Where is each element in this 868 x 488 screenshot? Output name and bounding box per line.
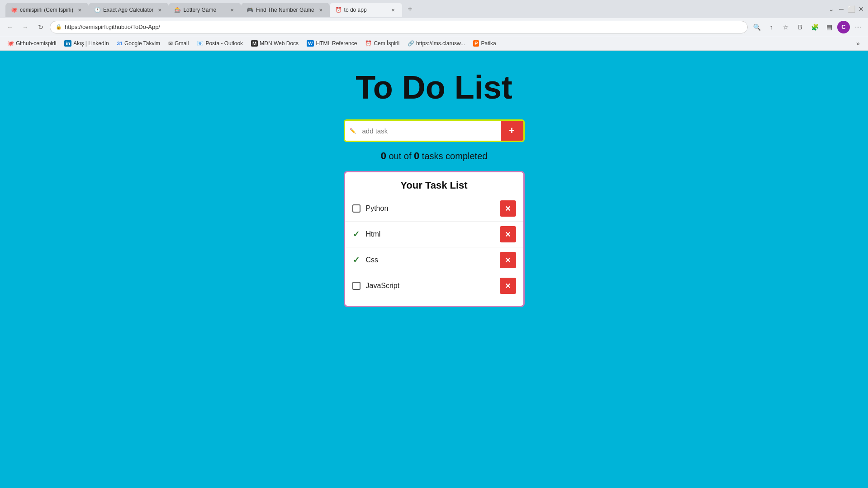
tab-list-button[interactable]: ⌄ xyxy=(828,6,835,12)
pencil-icon: ✏️ xyxy=(345,128,356,134)
bookmarks-bar: 🐙 Github-cemispirli in Akış | LinkedIn 3… xyxy=(0,36,868,51)
delete-button-css[interactable]: ✕ xyxy=(500,252,516,268)
task-list-container: Your Task List Python ✕ ✓ Html ✕ ✓ Css ✕… xyxy=(344,171,525,307)
tab-title-github: cemispirli (Cem İspirli) xyxy=(20,7,73,13)
bookmark-favicon-cem: ⏰ xyxy=(365,40,372,47)
maximize-button[interactable]: ⬜ xyxy=(848,6,854,12)
address-bar-row: ← → ↻ 🔒 https://cemispirli.github.io/ToD… xyxy=(0,18,868,36)
tab-title-lottery: Lottery Game xyxy=(183,7,226,13)
tab-close-age[interactable]: ✕ xyxy=(156,6,163,14)
task-item-css: ✓ Css ✕ xyxy=(345,247,523,273)
browser-chrome: 🐙 cemispirli (Cem İspirli) ✕ 🕐 Exact Age… xyxy=(0,0,868,51)
task-label-python: Python xyxy=(366,204,494,213)
profile-avatar[interactable]: C xyxy=(837,21,850,33)
bookmark-label-outlook: Posta - Outlook xyxy=(205,40,243,47)
task-list-title: Your Task List xyxy=(345,180,523,191)
bookmark-favicon-patika: P xyxy=(473,40,479,47)
checkmark-html: ✓ xyxy=(353,229,360,239)
tab-close-github[interactable]: ✕ xyxy=(76,6,83,14)
bookmarks-more-button[interactable]: » xyxy=(852,37,864,50)
forward-button[interactable]: → xyxy=(19,21,32,33)
checkmark-css: ✓ xyxy=(353,255,360,265)
tab-title-todo: to do app xyxy=(344,7,387,13)
address-bar[interactable]: 🔒 https://cemispirli.github.io/ToDo-App/ xyxy=(50,21,748,33)
tab-age[interactable]: 🕐 Exact Age Calculator ✕ xyxy=(89,3,169,17)
bookmark-clarusw[interactable]: 🔗 https://lms.clarusw... xyxy=(404,39,469,48)
tab-lottery[interactable]: 🎰 Lottery Game ✕ xyxy=(169,3,241,17)
delete-button-javascript[interactable]: ✕ xyxy=(500,278,516,294)
bookmark-favicon-html-ref: W xyxy=(307,40,314,47)
bookmark-favicon-gmail: ✉ xyxy=(168,40,173,47)
bookmark-favicon-clarusw: 🔗 xyxy=(408,40,414,47)
bookmark-favicon-outlook: 📧 xyxy=(197,40,204,47)
tab-number[interactable]: 🎮 Find The Number Game ✕ xyxy=(241,3,329,17)
lock-icon: 🔒 xyxy=(56,24,62,30)
task-label-css: Css xyxy=(366,256,494,264)
bookmark-label-calendar: Google Takvim xyxy=(124,40,160,47)
title-bar: 🐙 cemispirli (Cem İspirli) ✕ 🕐 Exact Age… xyxy=(0,0,868,18)
tab-close-todo[interactable]: ✕ xyxy=(389,6,397,14)
task-checkbox-css[interactable]: ✓ xyxy=(352,256,360,264)
delete-button-python[interactable]: ✕ xyxy=(500,200,516,217)
extension-icon-bing[interactable]: B xyxy=(794,21,806,33)
tab-github[interactable]: 🐙 cemispirli (Cem İspirli) ✕ xyxy=(5,3,89,17)
bookmark-calendar[interactable]: 31 Google Takvim xyxy=(114,39,164,48)
search-icon[interactable]: 🔍 xyxy=(750,21,763,33)
minimize-button[interactable]: ─ xyxy=(838,6,844,12)
tab-favicon-github: 🐙 xyxy=(11,7,17,13)
extension-icon-puzzle[interactable]: 🧩 xyxy=(808,21,821,33)
out-of-label: out of xyxy=(389,151,414,161)
task-checkbox-html[interactable]: ✓ xyxy=(352,230,360,238)
bookmark-label-linkedin: Akış | LinkedIn xyxy=(73,40,109,47)
menu-icon[interactable]: ⋯ xyxy=(852,21,864,33)
bookmark-patika[interactable]: P Patika xyxy=(470,39,500,48)
bookmark-label-gmail: Gmail xyxy=(175,40,189,47)
task-label-javascript: JavaScript xyxy=(366,282,494,290)
bookmark-mdn[interactable]: M MDN Web Docs xyxy=(247,39,302,48)
task-checkbox-javascript[interactable] xyxy=(352,282,360,290)
tab-favicon-age: 🕐 xyxy=(94,7,100,13)
tab-title-age: Exact Age Calculator xyxy=(103,7,153,13)
back-button[interactable]: ← xyxy=(4,21,16,33)
bookmark-cem[interactable]: ⏰ Cem İspirli xyxy=(361,39,403,48)
share-icon[interactable]: ↑ xyxy=(765,21,778,33)
bookmark-gmail[interactable]: ✉ Gmail xyxy=(165,39,192,48)
bookmark-html-ref[interactable]: W HTML Reference xyxy=(303,39,360,48)
new-tab-button[interactable]: + xyxy=(404,3,417,15)
task-label-html: Html xyxy=(366,230,494,238)
toolbar-icons: 🔍 ↑ ☆ B 🧩 ▤ C ⋯ xyxy=(750,21,864,33)
tab-title-number: Find The Number Game xyxy=(256,7,314,13)
task-checkbox-python[interactable] xyxy=(352,204,360,213)
tab-close-lottery[interactable]: ✕ xyxy=(228,6,236,14)
tab-favicon-todo: ⏰ xyxy=(335,7,342,13)
add-task-button[interactable]: + xyxy=(501,121,523,141)
close-window-button[interactable]: ✕ xyxy=(858,6,864,12)
task-item-javascript: JavaScript ✕ xyxy=(345,273,523,298)
bookmark-github[interactable]: 🐙 Github-cemispirli xyxy=(4,39,60,48)
bookmark-label-github: Github-cemispirli xyxy=(16,40,56,47)
reload-button[interactable]: ↻ xyxy=(34,21,47,33)
bookmark-label-mdn: MDN Web Docs xyxy=(260,40,299,47)
bookmark-outlook[interactable]: 📧 Posta - Outlook xyxy=(193,39,247,48)
bookmark-favicon-linkedin: in xyxy=(64,40,71,47)
task-input[interactable] xyxy=(357,121,501,141)
task-item-python: Python ✕ xyxy=(345,196,523,222)
task-count-display: 0 out of 0 tasks completed xyxy=(381,150,488,162)
bookmark-favicon-calendar: 31 xyxy=(117,41,123,46)
address-text: https://cemispirli.github.io/ToDo-App/ xyxy=(65,24,160,30)
total-count: 0 xyxy=(414,150,419,161)
tab-todo[interactable]: ⏰ to do app ✕ xyxy=(330,3,402,17)
completed-count: 0 xyxy=(381,150,386,161)
task-item-html: ✓ Html ✕ xyxy=(345,222,523,247)
tasks-completed-label: tasks completed xyxy=(422,151,488,161)
sidebar-icon[interactable]: ▤ xyxy=(823,21,835,33)
delete-button-html[interactable]: ✕ xyxy=(500,226,516,242)
bookmark-favicon-github: 🐙 xyxy=(7,40,14,47)
app-title: To Do List xyxy=(356,69,512,106)
tab-favicon-number: 🎮 xyxy=(247,7,253,13)
tabs-bar: 🐙 cemispirli (Cem İspirli) ✕ 🕐 Exact Age… xyxy=(4,1,828,17)
bookmark-linkedin[interactable]: in Akış | LinkedIn xyxy=(61,39,112,48)
bookmark-label-cem: Cem İspirli xyxy=(374,40,399,47)
bookmark-icon[interactable]: ☆ xyxy=(779,21,792,33)
tab-close-number[interactable]: ✕ xyxy=(317,6,324,14)
